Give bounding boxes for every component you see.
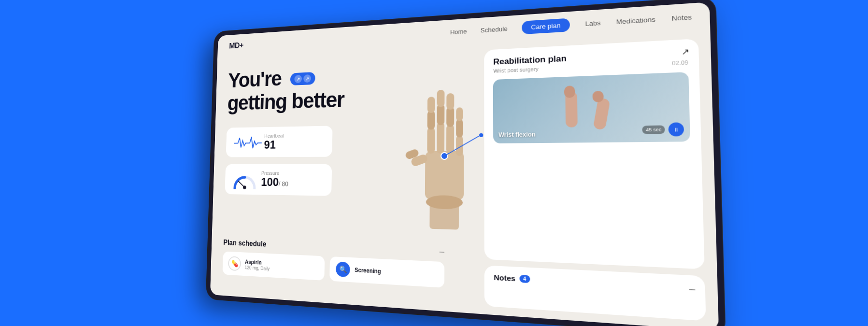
- schedule-title: Plan schedule: [223, 238, 266, 248]
- aspirin-text: Aspirin 120 mg, Daily: [244, 258, 270, 271]
- svg-rect-14: [455, 135, 462, 156]
- expand-icon[interactable]: ↗: [681, 46, 689, 57]
- pressure-icon: [232, 171, 255, 187]
- rehab-card[interactable]: ↗ Reabilitation plan Wrist post surgery …: [484, 38, 704, 269]
- pressure-info: Pressure 100/ 80: [261, 170, 288, 188]
- aspirin-detail: 120 mg, Daily: [244, 265, 270, 271]
- svg-rect-23: [564, 85, 575, 98]
- svg-rect-15: [455, 119, 462, 137]
- screening-icon: 🔍: [336, 261, 350, 277]
- svg-rect-11: [446, 124, 454, 153]
- svg-rect-10: [437, 89, 444, 107]
- rehab-subtitle: Wrist post surgery: [493, 66, 539, 73]
- exercise-duration: 45 sec: [642, 125, 665, 134]
- hero-line2: getting better: [227, 87, 344, 114]
- svg-rect-16: [455, 107, 462, 121]
- notes-title: Notes 4: [494, 273, 694, 293]
- schedule-cards: 💊 Aspirin 120 mg, Daily 🔍 Screening: [222, 251, 444, 287]
- trend-badge: ↗ ↗: [290, 72, 315, 85]
- screening-name: Screening: [355, 267, 381, 275]
- svg-rect-18: [429, 199, 458, 229]
- trend-arrow-1: ↗: [294, 75, 302, 83]
- exercise-label: Wrist flexion: [498, 131, 535, 138]
- tablet-screen: MD+ Home Schedule Care plan Labs Medicat…: [210, 2, 718, 326]
- svg-line-1: [238, 181, 244, 187]
- svg-rect-13: [446, 93, 454, 109]
- screening-text: Screening: [355, 267, 381, 275]
- svg-rect-8: [436, 122, 444, 154]
- heartbeat-label: Heartbeat: [264, 132, 284, 138]
- hero-line1: You're: [228, 66, 281, 91]
- right-panel: ↗ Reabilitation plan Wrist post surgery …: [474, 29, 719, 326]
- nav-item-labs[interactable]: Labs: [585, 18, 600, 27]
- aspirin-icon: 💊: [228, 256, 241, 271]
- nav-item-careplan[interactable]: Care plan: [522, 17, 570, 34]
- exercise-thumbnail[interactable]: Wrist flexion 45 sec ⏸: [493, 72, 690, 143]
- nav-item-schedule[interactable]: Schedule: [480, 25, 507, 33]
- notes-expand-icon[interactable]: –: [689, 283, 695, 295]
- schedule-card-aspirin[interactable]: 💊 Aspirin 120 mg, Daily: [222, 251, 325, 281]
- svg-point-19: [441, 152, 447, 159]
- nav-item-home[interactable]: Home: [450, 27, 467, 35]
- notes-card[interactable]: Notes 4 –: [484, 265, 706, 321]
- pressure-value: 100/ 80: [261, 175, 288, 188]
- schedule-card-screening[interactable]: 🔍 Screening: [329, 256, 444, 288]
- trend-arrow-2: ↗: [303, 74, 311, 83]
- heartbeat-card: Heartbeat 91: [226, 126, 332, 157]
- pressure-card: Pressure 100/ 80: [225, 164, 332, 196]
- nav-item-medications[interactable]: Medications: [616, 15, 655, 25]
- svg-rect-6: [427, 110, 435, 129]
- app-logo: MD+: [229, 41, 243, 50]
- exercise-controls: 45 sec ⏸: [642, 122, 684, 137]
- svg-rect-7: [427, 97, 435, 113]
- notes-count-badge: 4: [519, 274, 529, 283]
- play-pause-button[interactable]: ⏸: [668, 122, 684, 136]
- nav-item-notes[interactable]: Notes: [671, 13, 692, 22]
- svg-rect-5: [427, 127, 434, 154]
- tablet-frame: MD+ Home Schedule Care plan Labs Medicat…: [206, 0, 725, 326]
- heartbeat-icon: [234, 133, 258, 151]
- heartbeat-value: 91: [264, 138, 284, 151]
- heartbeat-info: Heartbeat 91: [264, 132, 284, 151]
- svg-rect-24: [593, 98, 610, 130]
- tablet-container: MD+ Home Schedule Care plan Labs Medicat…: [169, 9, 700, 318]
- notes-label: Notes: [494, 273, 515, 283]
- rehab-date: 02.09: [671, 59, 688, 66]
